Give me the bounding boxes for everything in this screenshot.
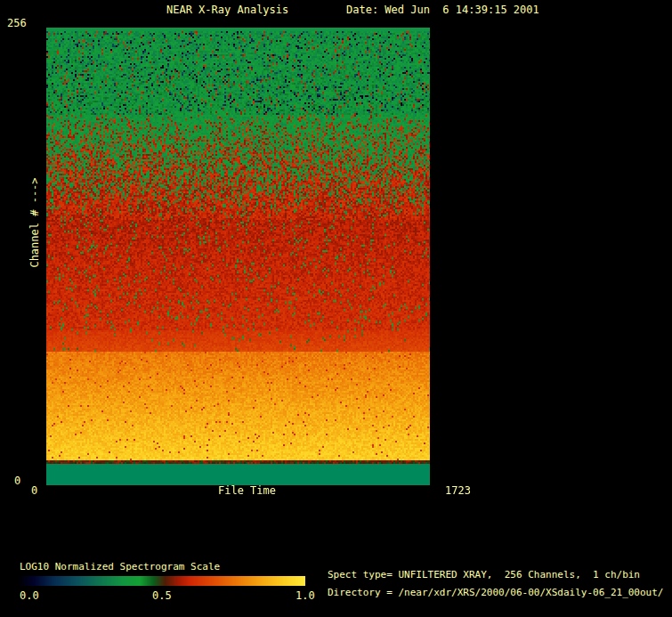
x-axis-title: File Time <box>218 485 276 497</box>
x-axis-max-label: 1723 <box>445 485 471 497</box>
header-date: Date: Wed Jun 6 14:39:15 2001 <box>346 4 539 16</box>
x-axis-min-label: 0 <box>31 485 37 497</box>
y-axis-max-label: 256 <box>7 18 27 29</box>
spect-type-info: Spect type= UNFILTERED XRAY, 256 Channel… <box>328 569 640 580</box>
colorbar-tick-1: 1.0 <box>296 590 315 602</box>
colorbar-tick-05: 0.5 <box>152 590 172 602</box>
spectrogram-heatmap <box>46 28 430 485</box>
colorbar-title: LOG10 Normalized Spectrogram Scale <box>20 561 220 572</box>
y-axis-title: Channel # ---> <box>28 177 41 267</box>
directory-info: Directory = /near/xdr/XRS/2000/06-00/XSd… <box>328 587 664 598</box>
page-title: NEAR X-Ray Analysis <box>166 4 288 16</box>
y-axis-min-label: 0 <box>14 475 20 487</box>
xray-analysis-window: NEAR X-Ray Analysis Date: Wed Jun 6 14:3… <box>0 0 672 617</box>
colorbar-tick-0: 0.0 <box>20 590 39 602</box>
colorbar-gradient <box>20 576 305 586</box>
